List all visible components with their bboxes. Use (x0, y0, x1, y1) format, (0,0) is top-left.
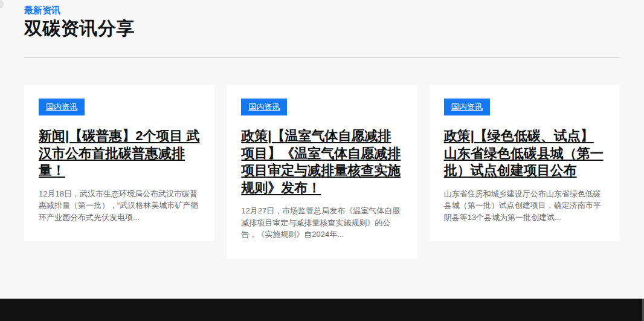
news-card-title[interactable]: 新闻|【碳普惠】2个项目 武汉市公布首批碳普惠减排量！ (39, 128, 200, 180)
news-card[interactable]: 国内资讯 新闻|【碳普惠】2个项目 武汉市公布首批碳普惠减排量！ 12月18日，… (24, 85, 214, 241)
section-eyebrow: 最新资讯 (24, 0, 620, 16)
news-card-excerpt: 山东省住房和城乡建设厅公布山东省绿色低碳县城（第一批）试点创建项目，确定济南市平… (444, 188, 605, 224)
window-corner-tab (0, 0, 4, 8)
footer-bar (0, 299, 644, 321)
category-badge[interactable]: 国内资讯 (39, 99, 85, 115)
category-badge[interactable]: 国内资讯 (241, 99, 287, 115)
news-section: 最新资讯 双碳资讯分享 国内资讯 新闻|【碳普惠】2个项目 武汉市公布首批碳普惠… (24, 0, 620, 259)
news-card-title[interactable]: 政策|【温室气体自愿减排项目】《温室气体自愿减排项目审定与减排量核查实施规则》发… (241, 128, 402, 196)
news-card-list: 国内资讯 新闻|【碳普惠】2个项目 武汉市公布首批碳普惠减排量！ 12月18日，… (24, 85, 620, 259)
news-card[interactable]: 国内资讯 政策|【绿色低碳、试点】 山东省绿色低碳县城（第一批）试点创建项目公布… (430, 85, 620, 241)
news-card-excerpt: 12月18日，武汉市生态环境局公布武汉市碳普惠减排量（第一批），“武汉格林美城市… (39, 188, 200, 224)
news-card-excerpt: 12月27日，市场监管总局发布《温室气体自愿减排项目审定与减排量核查实施规则》的… (241, 205, 402, 241)
section-divider (24, 57, 620, 58)
news-card-title[interactable]: 政策|【绿色低碳、试点】 山东省绿色低碳县城（第一批）试点创建项目公布 (444, 128, 605, 180)
page-title: 双碳资讯分享 (24, 17, 620, 40)
news-card[interactable]: 国内资讯 政策|【温室气体自愿减排项目】《温室气体自愿减排项目审定与减排量核查实… (227, 85, 417, 259)
category-badge[interactable]: 国内资讯 (444, 99, 490, 115)
